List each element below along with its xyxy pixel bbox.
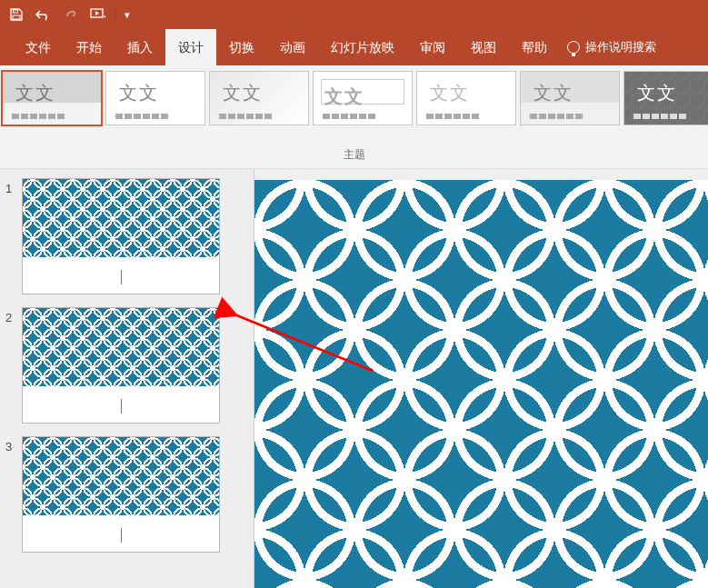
slide-number: 1 <box>5 178 22 195</box>
redo-icon <box>64 7 78 22</box>
qat-separator <box>115 6 115 23</box>
theme-preview-text: 文文 <box>119 81 159 105</box>
tab-transitions[interactable]: 切换 <box>216 29 267 65</box>
slide-number: 3 <box>5 436 22 453</box>
tab-review[interactable]: 审阅 <box>407 29 458 65</box>
slide-entry-2: 2 <box>0 307 254 424</box>
theme-color-swatches <box>219 114 272 119</box>
slide-thumbnail-panel[interactable]: 1 2 3 <box>0 169 254 588</box>
save-button[interactable] <box>4 2 29 27</box>
tab-design[interactable]: 设计 <box>165 29 216 65</box>
tab-view[interactable]: 视图 <box>458 29 509 65</box>
theme-preview-text: 文文 <box>324 85 364 109</box>
tab-help[interactable]: 帮助 <box>509 29 560 65</box>
theme-thumb-5[interactable]: 文文 <box>520 71 620 125</box>
theme-thumb-current[interactable]: 文文 <box>2 71 102 125</box>
ribbon-tabs: 文件 开始 插入 设计 切换 动画 幻灯片放映 审阅 视图 帮助 操作说明搜索 <box>0 29 708 65</box>
theme-color-swatches <box>633 114 686 119</box>
quick-access-toolbar: ▾ <box>0 0 708 29</box>
slide-thumb-1[interactable] <box>22 178 220 294</box>
save-icon <box>9 7 24 22</box>
lightbulb-icon <box>567 41 580 54</box>
theme-thumb-3[interactable]: 文文 <box>313 71 413 125</box>
slide-entry-1: 1 <box>0 178 254 294</box>
ribbon-body: 文文 文文 文文 文文 文文 文文 文文 <box>0 65 708 169</box>
theme-color-swatches <box>12 114 65 119</box>
slide-number: 2 <box>5 307 22 324</box>
redo-button[interactable] <box>58 2 84 27</box>
theme-color-swatches <box>323 114 375 119</box>
themes-gallery[interactable]: 文文 文文 文文 文文 文文 文文 文文 <box>0 65 708 144</box>
slide-editor[interactable] <box>254 169 708 588</box>
slide-entry-3: 3 <box>0 436 254 553</box>
theme-thumb-1[interactable]: 文文 <box>105 71 205 125</box>
theme-preview-text: 文文 <box>533 81 573 105</box>
theme-thumb-6[interactable]: 文文 <box>623 71 708 125</box>
theme-color-swatches <box>115 114 168 119</box>
themes-group-label: 主题 <box>0 144 708 168</box>
qat-customize-button[interactable]: ▾ <box>119 2 135 27</box>
tab-slideshow[interactable]: 幻灯片放映 <box>318 29 407 65</box>
theme-preview-text: 文文 <box>637 81 677 105</box>
slide-thumb-3[interactable] <box>22 436 220 553</box>
theme-preview-text: 文文 <box>15 81 55 105</box>
undo-icon <box>35 7 53 22</box>
tab-file[interactable]: 文件 <box>13 29 64 65</box>
tell-me-label: 操作说明搜索 <box>585 39 656 55</box>
slideshow-icon <box>90 7 106 22</box>
main-slide-canvas[interactable] <box>254 180 708 588</box>
tab-insert[interactable]: 插入 <box>115 29 165 65</box>
theme-color-swatches <box>530 114 583 119</box>
svg-rect-1 <box>13 15 20 19</box>
tell-me-search[interactable]: 操作说明搜索 <box>567 39 656 55</box>
undo-button[interactable] <box>31 2 56 27</box>
tab-animations[interactable]: 动画 <box>267 29 318 65</box>
work-area: 1 2 3 <box>0 169 708 588</box>
svg-rect-0 <box>14 10 18 13</box>
start-from-beginning-button[interactable] <box>85 2 111 27</box>
theme-preview-text: 文文 <box>430 81 470 105</box>
theme-thumb-4[interactable]: 文文 <box>416 71 516 125</box>
theme-color-swatches <box>426 114 479 119</box>
slide-thumb-2[interactable] <box>22 307 220 424</box>
theme-thumb-2[interactable]: 文文 <box>209 71 309 125</box>
theme-preview-text: 文文 <box>223 81 263 105</box>
tab-home[interactable]: 开始 <box>64 29 115 65</box>
